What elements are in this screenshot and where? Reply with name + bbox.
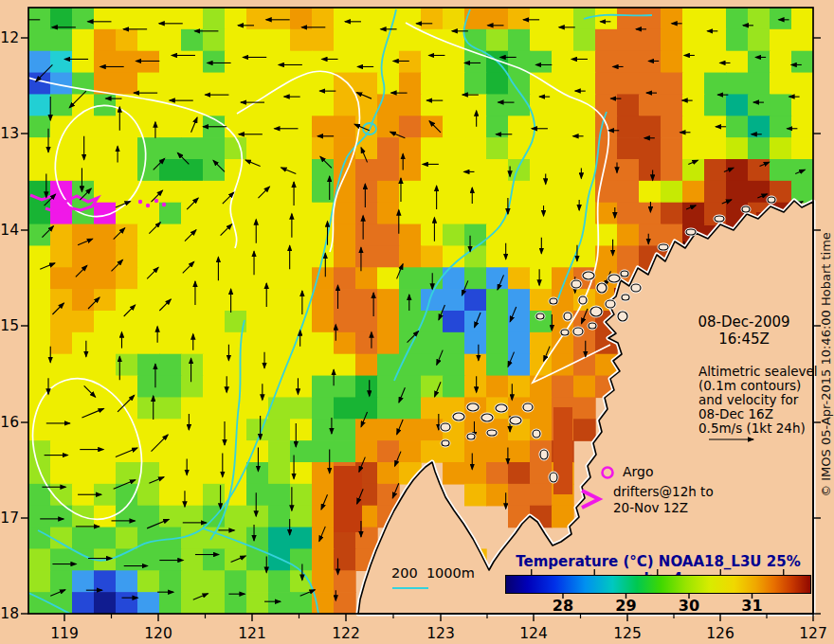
svg-text:126: 126 <box>706 625 734 642</box>
svg-text:125: 125 <box>613 625 642 642</box>
svg-text:-16: -16 <box>0 414 19 431</box>
svg-text:-13: -13 <box>0 125 19 142</box>
svg-text:124: 124 <box>519 625 548 642</box>
svg-text:-14: -14 <box>0 222 19 239</box>
svg-text:123: 123 <box>426 625 455 642</box>
svg-text:121: 121 <box>238 625 266 642</box>
svg-text:-18: -18 <box>0 605 19 622</box>
svg-text:120: 120 <box>144 625 172 642</box>
svg-text:122: 122 <box>332 625 360 642</box>
svg-text:119: 119 <box>50 625 79 642</box>
svg-text:-17: -17 <box>0 510 19 527</box>
map-canvas[interactable]: 119120121122123124125126127-12-13-14-15-… <box>0 0 834 644</box>
svg-text:-12: -12 <box>0 29 19 46</box>
svg-text:127: 127 <box>799 625 827 642</box>
svg-text:-15: -15 <box>0 317 19 334</box>
sst-map-figure: 119120121122123124125126127-12-13-14-15-… <box>0 0 834 644</box>
